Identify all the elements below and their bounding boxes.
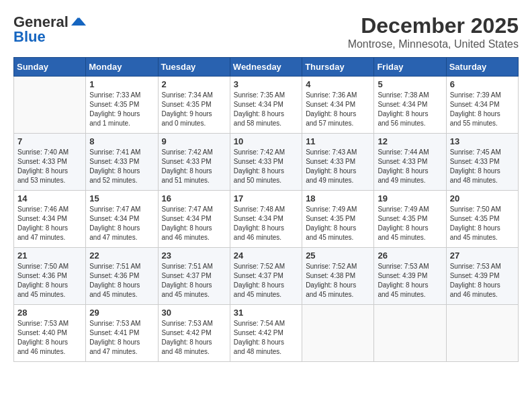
day-cell [446, 305, 518, 362]
calendar-body: 1Sunrise: 7:33 AM Sunset: 4:35 PM Daylig… [14, 77, 519, 362]
header-thursday: Thursday [302, 58, 374, 77]
header-wednesday: Wednesday [230, 58, 302, 77]
day-number: 20 [450, 193, 515, 203]
day-number: 3 [234, 79, 298, 89]
day-number: 24 [234, 250, 298, 261]
day-info: Sunrise: 7:47 AM Sunset: 4:34 PM Dayligh… [162, 205, 226, 242]
day-number: 9 [162, 136, 226, 146]
day-number: 13 [450, 136, 515, 146]
day-info: Sunrise: 7:53 AM Sunset: 4:42 PM Dayligh… [162, 319, 226, 357]
day-cell: 23Sunrise: 7:51 AM Sunset: 4:37 PM Dayli… [158, 248, 230, 305]
day-number: 8 [89, 136, 154, 146]
day-cell: 24Sunrise: 7:52 AM Sunset: 4:37 PM Dayli… [230, 248, 302, 305]
day-info: Sunrise: 7:52 AM Sunset: 4:38 PM Dayligh… [306, 262, 370, 300]
day-cell: 5Sunrise: 7:38 AM Sunset: 4:34 PM Daylig… [374, 77, 446, 134]
page-header: General Blue December 2025 Montrose, Min… [13, 13, 519, 50]
day-info: Sunrise: 7:36 AM Sunset: 4:34 PM Dayligh… [306, 91, 370, 128]
day-cell: 6Sunrise: 7:39 AM Sunset: 4:34 PM Daylig… [446, 77, 518, 134]
day-info: Sunrise: 7:33 AM Sunset: 4:35 PM Dayligh… [89, 91, 154, 128]
day-cell: 11Sunrise: 7:43 AM Sunset: 4:33 PM Dayli… [302, 134, 374, 191]
week-row-5: 28Sunrise: 7:53 AM Sunset: 4:40 PM Dayli… [14, 305, 519, 362]
day-info: Sunrise: 7:53 AM Sunset: 4:39 PM Dayligh… [378, 262, 442, 300]
logo-blue: Blue [13, 28, 46, 46]
day-cell: 2Sunrise: 7:34 AM Sunset: 4:35 PM Daylig… [158, 77, 230, 134]
header-friday: Friday [374, 58, 446, 77]
week-row-1: 1Sunrise: 7:33 AM Sunset: 4:35 PM Daylig… [14, 77, 519, 134]
day-cell [302, 305, 374, 362]
header-row: SundayMondayTuesdayWednesdayThursdayFrid… [14, 58, 519, 77]
week-row-2: 7Sunrise: 7:40 AM Sunset: 4:33 PM Daylig… [14, 134, 519, 191]
day-info: Sunrise: 7:47 AM Sunset: 4:34 PM Dayligh… [89, 205, 154, 242]
day-cell: 21Sunrise: 7:50 AM Sunset: 4:36 PM Dayli… [14, 248, 86, 305]
day-cell: 4Sunrise: 7:36 AM Sunset: 4:34 PM Daylig… [302, 77, 374, 134]
day-cell: 28Sunrise: 7:53 AM Sunset: 4:40 PM Dayli… [14, 305, 86, 362]
day-cell: 10Sunrise: 7:42 AM Sunset: 4:33 PM Dayli… [230, 134, 302, 191]
day-cell [14, 77, 86, 134]
day-cell: 19Sunrise: 7:49 AM Sunset: 4:35 PM Dayli… [374, 191, 446, 248]
day-info: Sunrise: 7:53 AM Sunset: 4:41 PM Dayligh… [89, 319, 154, 357]
day-number: 21 [17, 250, 82, 261]
day-info: Sunrise: 7:45 AM Sunset: 4:33 PM Dayligh… [450, 148, 515, 185]
day-info: Sunrise: 7:42 AM Sunset: 4:33 PM Dayligh… [162, 148, 226, 185]
day-number: 2 [162, 79, 226, 89]
day-number: 11 [306, 136, 370, 146]
day-info: Sunrise: 7:43 AM Sunset: 4:33 PM Dayligh… [306, 148, 370, 185]
day-number: 4 [306, 79, 370, 89]
day-info: Sunrise: 7:50 AM Sunset: 4:35 PM Dayligh… [450, 205, 515, 242]
day-info: Sunrise: 7:39 AM Sunset: 4:34 PM Dayligh… [450, 91, 515, 128]
logo: General Blue [13, 13, 87, 46]
header-tuesday: Tuesday [158, 58, 230, 77]
day-info: Sunrise: 7:34 AM Sunset: 4:35 PM Dayligh… [162, 91, 226, 128]
day-number: 23 [162, 250, 226, 261]
day-cell: 3Sunrise: 7:35 AM Sunset: 4:34 PM Daylig… [230, 77, 302, 134]
day-info: Sunrise: 7:44 AM Sunset: 4:33 PM Dayligh… [378, 148, 442, 185]
day-info: Sunrise: 7:46 AM Sunset: 4:34 PM Dayligh… [17, 205, 82, 242]
day-number: 31 [234, 308, 298, 318]
day-number: 25 [306, 250, 370, 261]
day-info: Sunrise: 7:52 AM Sunset: 4:37 PM Dayligh… [234, 262, 298, 300]
day-info: Sunrise: 7:53 AM Sunset: 4:39 PM Dayligh… [450, 262, 515, 300]
day-cell: 29Sunrise: 7:53 AM Sunset: 4:41 PM Dayli… [86, 305, 158, 362]
day-number: 26 [378, 250, 442, 261]
header-monday: Monday [86, 58, 158, 77]
calendar-header: SundayMondayTuesdayWednesdayThursdayFrid… [14, 58, 519, 77]
day-info: Sunrise: 7:38 AM Sunset: 4:34 PM Dayligh… [378, 91, 442, 128]
day-cell: 18Sunrise: 7:49 AM Sunset: 4:35 PM Dayli… [302, 191, 374, 248]
day-number: 17 [234, 193, 298, 203]
day-number: 12 [378, 136, 442, 146]
day-cell: 8Sunrise: 7:41 AM Sunset: 4:33 PM Daylig… [86, 134, 158, 191]
day-number: 18 [306, 193, 370, 203]
day-info: Sunrise: 7:54 AM Sunset: 4:42 PM Dayligh… [234, 319, 298, 357]
day-cell: 25Sunrise: 7:52 AM Sunset: 4:38 PM Dayli… [302, 248, 374, 305]
day-number: 19 [378, 193, 442, 203]
day-number: 5 [378, 79, 442, 89]
day-cell: 15Sunrise: 7:47 AM Sunset: 4:34 PM Dayli… [86, 191, 158, 248]
day-cell: 12Sunrise: 7:44 AM Sunset: 4:33 PM Dayli… [374, 134, 446, 191]
day-info: Sunrise: 7:51 AM Sunset: 4:36 PM Dayligh… [89, 262, 154, 300]
title-area: December 2025 Montrose, Minnesota, Unite… [348, 13, 519, 50]
day-cell: 27Sunrise: 7:53 AM Sunset: 4:39 PM Dayli… [446, 248, 518, 305]
day-info: Sunrise: 7:48 AM Sunset: 4:34 PM Dayligh… [234, 205, 298, 242]
day-cell: 22Sunrise: 7:51 AM Sunset: 4:36 PM Dayli… [86, 248, 158, 305]
day-number: 1 [89, 79, 154, 89]
logo-arrow-icon [69, 16, 87, 28]
day-cell: 13Sunrise: 7:45 AM Sunset: 4:33 PM Dayli… [446, 134, 518, 191]
day-info: Sunrise: 7:49 AM Sunset: 4:35 PM Dayligh… [306, 205, 370, 242]
day-cell: 1Sunrise: 7:33 AM Sunset: 4:35 PM Daylig… [86, 77, 158, 134]
header-sunday: Sunday [14, 58, 86, 77]
day-cell: 17Sunrise: 7:48 AM Sunset: 4:34 PM Dayli… [230, 191, 302, 248]
calendar-subtitle: Montrose, Minnesota, United States [348, 38, 519, 50]
day-number: 16 [162, 193, 226, 203]
day-cell: 16Sunrise: 7:47 AM Sunset: 4:34 PM Dayli… [158, 191, 230, 248]
day-cell [374, 305, 446, 362]
day-number: 29 [89, 308, 154, 318]
day-info: Sunrise: 7:49 AM Sunset: 4:35 PM Dayligh… [378, 205, 442, 242]
day-number: 22 [89, 250, 154, 261]
week-row-3: 14Sunrise: 7:46 AM Sunset: 4:34 PM Dayli… [14, 191, 519, 248]
calendar-table: SundayMondayTuesdayWednesdayThursdayFrid… [13, 57, 519, 362]
day-cell: 30Sunrise: 7:53 AM Sunset: 4:42 PM Dayli… [158, 305, 230, 362]
day-number: 15 [89, 193, 154, 203]
day-info: Sunrise: 7:40 AM Sunset: 4:33 PM Dayligh… [17, 148, 82, 185]
day-cell: 7Sunrise: 7:40 AM Sunset: 4:33 PM Daylig… [14, 134, 86, 191]
day-info: Sunrise: 7:51 AM Sunset: 4:37 PM Dayligh… [162, 262, 226, 300]
